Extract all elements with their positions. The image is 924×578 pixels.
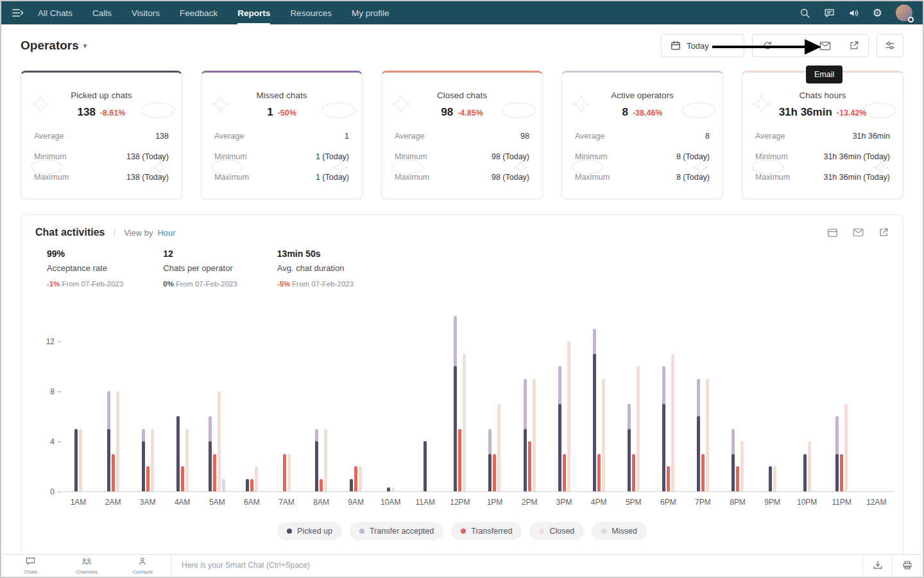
bar-pickedup-transfer: [246, 479, 249, 492]
mini-stat-label: Acceptance rate: [47, 263, 123, 273]
print-icon[interactable]: [892, 555, 921, 575]
bar-group-6am: [234, 308, 269, 491]
x-label-3am: 3AM: [130, 498, 165, 507]
view-by-label: View by: [124, 228, 153, 238]
mini-stat-chats-per-operator: 12Chats per operator0%From 07-Feb-2023: [163, 249, 237, 288]
nav-item-reports[interactable]: Reports: [237, 1, 270, 24]
filter-button[interactable]: [877, 34, 903, 57]
legend-label: Closed: [549, 527, 574, 536]
page-title: Operators: [21, 39, 79, 53]
stat-row-label: Minimum: [214, 152, 247, 161]
bar-picked-up: [424, 441, 427, 491]
bottom-item-label: Contacts: [133, 569, 153, 575]
table-view-icon[interactable]: [827, 227, 838, 238]
legend-pill-closed[interactable]: Closed: [529, 522, 584, 540]
bar-group-5am: [200, 308, 234, 491]
bar-transferred: [213, 454, 216, 492]
bar-picked-up: [350, 479, 353, 492]
bar-pickedup-transfer: [107, 391, 110, 491]
legend-dot: [359, 529, 364, 534]
email-icon[interactable]: [853, 228, 864, 237]
nav-item-my-profile[interactable]: My profile: [352, 1, 389, 24]
bar-chart: 04812: [38, 308, 894, 492]
download-icon[interactable]: [862, 555, 892, 575]
bar-pickedup-transfer: [803, 454, 807, 492]
stat-row-label: Minimum: [755, 152, 788, 161]
stat-card-row: Maximum1 (Today): [214, 173, 349, 182]
export-button[interactable]: [839, 35, 868, 57]
stat-card-active-operators[interactable]: Active operators8-38.46%Average8Minimum8…: [561, 71, 723, 199]
bar-closed: [637, 366, 640, 491]
nav-item-feedback[interactable]: Feedback: [180, 1, 218, 24]
mini-stat-value: 99%: [47, 249, 123, 259]
nav-item-all-chats[interactable]: All Chats: [38, 1, 73, 24]
bar-pickedup-transfer: [488, 429, 492, 492]
nav-items: All ChatsCallsVisitorsFeedbackReportsRes…: [38, 1, 409, 24]
bar-closed: [533, 379, 536, 492]
legend-label: Transfer accepted: [370, 527, 434, 536]
bar-picked-up: [662, 404, 665, 492]
top-navbar: All ChatsCallsVisitorsFeedbackReportsRes…: [1, 1, 923, 24]
bar-closed: [287, 454, 291, 492]
page-title-dropdown[interactable]: Operators ▾: [21, 39, 87, 53]
bottom-item-channels[interactable]: Channels: [58, 555, 114, 575]
settings-gear-icon[interactable]: ⚙: [873, 8, 882, 19]
mini-stat-label: Avg. chat duration: [277, 263, 354, 273]
legend-pill-picked-up[interactable]: Picked up: [277, 522, 342, 540]
user-avatar[interactable]: [896, 4, 912, 21]
stat-card-value: 98: [441, 106, 453, 118]
bar-group-4am: [165, 308, 200, 491]
bar-group-8pm: [720, 308, 755, 491]
smart-chat-input[interactable]: [171, 561, 862, 570]
stat-card-picked-up-chats[interactable]: Picked up chats138-8.61%Average138Minimu…: [21, 71, 182, 199]
stat-card-row: Maximum8 (Today): [575, 173, 710, 182]
stat-card-row: Average8: [575, 132, 710, 141]
bar-picked-up: [387, 487, 390, 491]
bar-pickedup-transfer: [387, 487, 390, 491]
legend-pill-transferred[interactable]: Transferred: [451, 522, 522, 540]
bar-transferred: [250, 479, 253, 492]
bar-picked-up: [769, 466, 772, 491]
bar-closed: [324, 429, 327, 492]
stat-card-chats-hours[interactable]: Chats hours31h 36min-13.42%Average31h 36…: [742, 71, 903, 199]
bar-picked-up: [454, 366, 457, 491]
legend-pill-transfer-accepted[interactable]: Transfer accepted: [350, 522, 443, 540]
nav-item-visitors[interactable]: Visitors: [132, 1, 160, 24]
legend-pill-missed[interactable]: Missed: [592, 522, 647, 540]
export-icon[interactable]: [878, 227, 889, 238]
stat-row-label: Average: [395, 132, 424, 141]
stat-row-value: 31h 36min (Today): [823, 152, 890, 161]
stat-card-closed-chats[interactable]: Closed chats98-4.85%Average98Minimum98 (…: [381, 71, 543, 199]
stat-card-title: Chats hours: [742, 91, 903, 100]
chart-plot-area: [61, 308, 894, 492]
bar-closed: [359, 466, 362, 491]
nav-item-calls[interactable]: Calls: [92, 1, 112, 24]
bar-pickedup-transfer: [315, 429, 318, 492]
bottom-item-contacts[interactable]: Contacts: [115, 555, 171, 575]
stat-card-row: Average1: [214, 132, 349, 141]
bar-picked-up: [732, 454, 735, 492]
menu-toggle-icon[interactable]: [12, 8, 24, 18]
x-label-9am: 9AM: [339, 498, 373, 507]
mini-stat-delta: -5%From 07-Feb-2023: [277, 280, 354, 288]
bar-closed: [185, 429, 189, 492]
search-icon[interactable]: [800, 8, 810, 19]
bar-pickedup-transfer: [697, 379, 700, 492]
bar-pickedup-transfer: [769, 466, 772, 491]
stat-card-rows: Average1Minimum1 (Today)Maximum1 (Today): [201, 132, 362, 182]
stat-row-value: 8: [705, 132, 710, 141]
bar-transferred: [667, 466, 670, 491]
view-by-hour-link[interactable]: Hour: [157, 228, 175, 238]
chart-x-axis-labels: 1AM2AM3AM4AM5AM6AM7AM8AM9AM10AM11AM12PM1…: [61, 498, 894, 507]
bar-group-12am: [859, 308, 894, 491]
bar-group-6pm: [651, 308, 685, 491]
y-tick-label: 4: [50, 437, 55, 446]
stat-card-value-row: 8-38.46%: [562, 106, 723, 119]
bottom-item-chats[interactable]: Chats: [3, 555, 58, 575]
bar-picked-up: [628, 429, 631, 492]
nav-item-resources[interactable]: Resources: [290, 1, 332, 24]
x-label-4am: 4AM: [165, 498, 200, 507]
stat-card-missed-chats[interactable]: Missed chats1-50%Average1Minimum1 (Today…: [201, 71, 363, 199]
volume-icon[interactable]: [848, 8, 859, 19]
feedback-message-icon[interactable]: [824, 8, 835, 19]
